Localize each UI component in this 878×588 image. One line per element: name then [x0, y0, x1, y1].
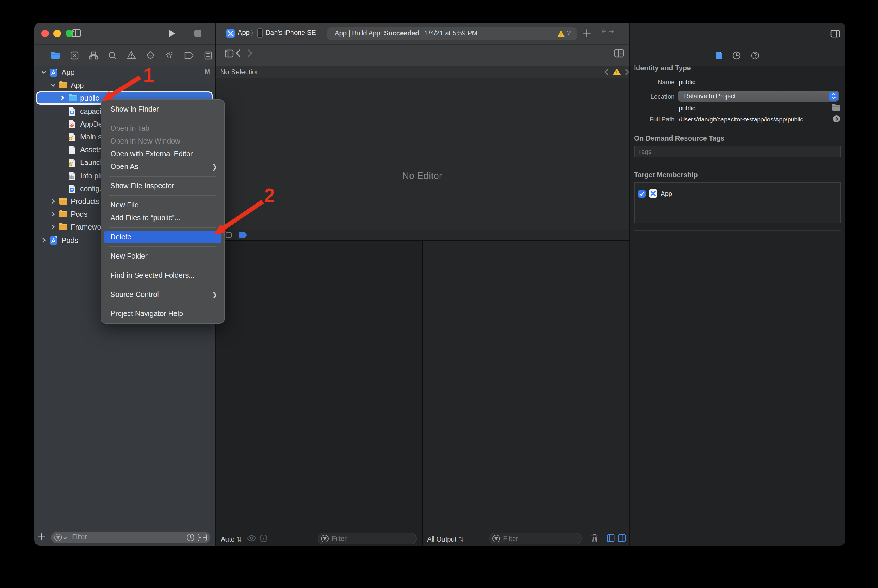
menu-item-project-navigator-help[interactable]: Project Navigator Help: [101, 308, 224, 320]
jump-bar-label: No Selection: [220, 68, 260, 76]
tab-file-inspector[interactable]: [715, 51, 722, 60]
show-console-panel-icon[interactable]: [618, 534, 626, 542]
jump-bar[interactable]: No Selection: [215, 66, 629, 78]
membership-row[interactable]: App: [635, 183, 840, 201]
run-button[interactable]: [168, 29, 176, 38]
scheme-target-icon[interactable]: [226, 29, 235, 38]
menu-separator: [109, 304, 216, 304]
menu-item-open-in-tab[interactable]: Open in Tab: [101, 122, 224, 135]
choose-folder-icon[interactable]: [831, 104, 841, 111]
toolbar-divider: [609, 49, 610, 57]
disclosure-down-icon[interactable]: [50, 82, 57, 89]
menu-item-open-in-new-window[interactable]: Open in New Window: [101, 135, 224, 148]
recent-files-clock-icon[interactable]: [186, 533, 195, 542]
code-review-icon[interactable]: [602, 29, 614, 37]
console-filter-field[interactable]: Filter: [489, 533, 582, 544]
location-popup[interactable]: Relative to Project: [678, 91, 839, 102]
menu-item-label: Delete: [110, 233, 131, 241]
xcodeproj-icon: [50, 68, 59, 77]
source-control-navigator-icon[interactable]: [70, 51, 79, 60]
submenu-chevron-icon: ❯: [212, 160, 217, 173]
stop-button[interactable]: [194, 30, 202, 37]
tree-row-label: public: [80, 94, 99, 102]
target-app-icon: [649, 189, 657, 198]
warning-badge-icon[interactable]: [557, 30, 565, 37]
memory-graph-info-icon[interactable]: [260, 534, 267, 542]
minimize-window-button[interactable]: [54, 30, 61, 37]
tree-row-label: Framewo: [71, 224, 101, 231]
breakpoint-navigator-icon[interactable]: [184, 51, 194, 59]
close-window-button[interactable]: [41, 30, 49, 37]
find-navigator-icon[interactable]: [108, 51, 117, 60]
disclosure-right-icon[interactable]: [59, 95, 66, 102]
menu-item-source-control[interactable]: Source Control❯: [101, 288, 224, 301]
toggle-inspectors-icon[interactable]: [830, 29, 840, 38]
menu-item-new-file[interactable]: New File: [101, 199, 224, 212]
tags-field[interactable]: Tags: [634, 146, 841, 158]
inspector-divider[interactable]: [629, 22, 630, 546]
filter-icon[interactable]: [54, 533, 69, 542]
source-control-status-filter-icon[interactable]: [198, 533, 207, 542]
menu-separator: [109, 176, 216, 177]
report-navigator-icon[interactable]: [204, 51, 212, 60]
filter-icon: [492, 534, 500, 543]
disclosure-right-icon[interactable]: [50, 198, 57, 205]
name-value[interactable]: public: [679, 78, 696, 86]
tree-row-label: config.: [80, 185, 102, 193]
variables-scope-popup[interactable]: Auto ⇅: [221, 535, 242, 543]
add-editor-icon[interactable]: [614, 49, 624, 57]
disclosure-right-icon[interactable]: [41, 237, 48, 244]
test-navigator-icon[interactable]: [146, 51, 155, 60]
menu-item-label: Show File Inspector: [110, 182, 174, 190]
issue-forward-icon[interactable]: [625, 69, 629, 75]
library-plus-icon[interactable]: [583, 29, 591, 37]
activity-view[interactable]: App | Build App: Succeeded | 1/4/21 at 5…: [327, 27, 577, 40]
scheme-target-label[interactable]: App: [238, 29, 249, 36]
open-fullpath-arrow-icon[interactable]: [833, 115, 840, 123]
disclosure-down-icon[interactable]: [41, 69, 48, 76]
editor-layout-icon[interactable]: [225, 50, 234, 57]
menu-item-delete[interactable]: Delete: [104, 231, 221, 243]
debug-deactivate-icon[interactable]: [225, 232, 232, 238]
issue-back-icon[interactable]: [604, 69, 609, 75]
menu-item-open-with-external-editor[interactable]: Open with External Editor: [101, 148, 224, 160]
run-destination-label[interactable]: Dan's iPhone SE: [266, 29, 316, 36]
divider: [634, 230, 841, 231]
menu-item-show-in-finder[interactable]: Show in Finder: [101, 103, 224, 116]
view-hierarchy-eye-icon[interactable]: [247, 535, 256, 542]
warning-count[interactable]: 2: [567, 30, 571, 37]
tree-row-app[interactable]: AppM: [34, 66, 215, 79]
show-variables-panel-icon[interactable]: [606, 534, 615, 542]
clear-console-trash-icon[interactable]: [590, 533, 599, 543]
tree-row-label: capaci: [80, 107, 101, 116]
debug-navigator-icon[interactable]: [165, 51, 174, 60]
project-navigator-icon[interactable]: [51, 51, 60, 59]
menu-item-add-files-to-public[interactable]: Add Files to “public”...: [101, 212, 224, 224]
tree-row-app[interactable]: App: [34, 79, 215, 92]
menu-separator: [109, 266, 216, 266]
issue-navigator-icon[interactable]: [127, 51, 136, 59]
disclosure-right-icon[interactable]: [50, 211, 57, 218]
folder-icon: [59, 223, 68, 232]
variables-filter-field[interactable]: Filter: [318, 533, 417, 544]
disclosure-right-icon[interactable]: [50, 224, 57, 231]
menu-item-find-in-selected-folders[interactable]: Find in Selected Folders...: [101, 269, 224, 282]
menu-item-new-folder[interactable]: New Folder: [101, 250, 224, 262]
navigator-filter-field[interactable]: Filter: [51, 532, 210, 543]
breakpoints-toggle-icon[interactable]: [239, 232, 248, 238]
membership-checkbox[interactable]: [638, 190, 645, 197]
doc-swift-icon: [68, 120, 77, 129]
menu-item-show-file-inspector[interactable]: Show File Inspector: [101, 180, 224, 192]
tab-history-inspector[interactable]: [732, 51, 741, 60]
debug-bar: [215, 230, 629, 240]
toggle-navigator-icon[interactable]: [72, 28, 81, 38]
issue-warning-icon[interactable]: [612, 68, 621, 75]
tab-quick-help-inspector[interactable]: [751, 51, 759, 60]
add-file-plus-icon[interactable]: [38, 533, 45, 540]
forward-icon[interactable]: [247, 49, 253, 57]
symbol-navigator-icon[interactable]: [89, 51, 98, 60]
console-scope-popup[interactable]: All Output ⇅: [427, 535, 464, 543]
menu-item-open-as[interactable]: Open As❯: [101, 160, 224, 173]
tree-row-label: Info.pli: [80, 172, 102, 180]
back-icon[interactable]: [235, 49, 241, 57]
